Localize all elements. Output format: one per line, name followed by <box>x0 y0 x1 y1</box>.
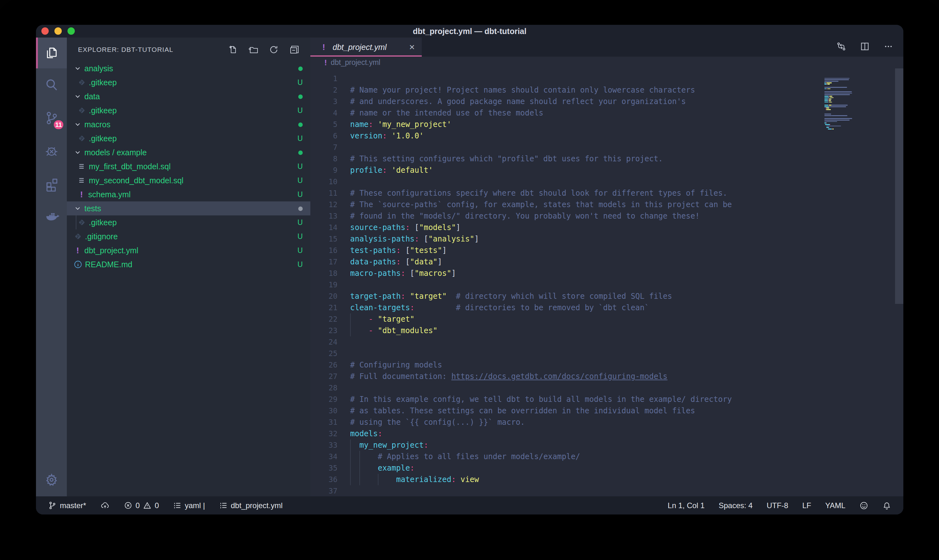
tree-item-macros[interactable]: macros <box>67 117 310 131</box>
code-text: version: '1.0.0' <box>350 131 424 140</box>
statusbar-eol[interactable]: LF <box>802 501 811 510</box>
collapse-all-icon[interactable] <box>289 45 300 55</box>
statusbar-outline-file[interactable]: dbt_project.yml <box>219 501 283 510</box>
code-line-1[interactable]: 1 <box>310 73 904 84</box>
code-line-26[interactable]: 26# Configuring models <box>310 359 904 371</box>
tree-item-dbt-project-yml[interactable]: !dbt_project.ymlU <box>67 243 310 257</box>
code-editor[interactable]: 12# Name your project! Project names sho… <box>310 68 904 496</box>
code-line-16[interactable]: 16test-paths: ["tests"] <box>310 245 904 256</box>
code-line-25[interactable]: 25 <box>310 348 904 359</box>
breadcrumb[interactable]: ! dbt_project.yml <box>310 57 904 68</box>
tab-dbt-project-yml[interactable]: ! dbt_project.yml × <box>310 37 422 57</box>
tree-item-my-first-dbt-model-sql[interactable]: my_first_dbt_model.sqlU <box>67 159 310 174</box>
git-file-icon <box>78 134 86 143</box>
activity-search[interactable] <box>36 68 67 102</box>
statusbar-publish-changes[interactable] <box>100 501 110 510</box>
code-line-11[interactable]: 11# These configurations specify where d… <box>310 188 904 199</box>
code-line-28[interactable]: 28 <box>310 382 904 394</box>
code-line-12[interactable]: 12# The `source-paths` config, for examp… <box>310 199 904 210</box>
statusbar-notifications[interactable] <box>882 501 891 510</box>
minimap[interactable] <box>824 76 888 131</box>
tree-item-gitkeep[interactable]: .gitkeepU <box>67 215 310 229</box>
statusbar-language-mode[interactable]: YAML <box>825 501 845 510</box>
titlebar[interactable]: dbt_project.yml — dbt-tutorial <box>36 25 904 37</box>
tree-item-gitkeep[interactable]: .gitkeepU <box>67 131 310 145</box>
open-changes-icon[interactable] <box>836 41 847 52</box>
code-line-35[interactable]: 35 example: <box>310 462 904 474</box>
code-line-9[interactable]: 9profile: 'default' <box>310 165 904 176</box>
new-file-icon[interactable] <box>227 45 237 55</box>
code-line-37[interactable]: 37 <box>310 485 904 496</box>
code-line-30[interactable]: 30# as tables. These settings can be ove… <box>310 405 904 417</box>
activity-settings[interactable] <box>36 463 67 496</box>
close-window-button[interactable] <box>42 28 49 35</box>
code-line-22[interactable]: 22 - "target" <box>310 314 904 325</box>
code-line-6[interactable]: 6version: '1.0.0' <box>310 130 904 142</box>
tree-item-my-second-dbt-model-sql[interactable]: my_second_dbt_model.sqlU <box>67 174 310 188</box>
code-text: clean-targets: # directories to be remov… <box>350 303 649 312</box>
zoom-window-button[interactable] <box>68 28 75 35</box>
code-line-33[interactable]: 33 my_new_project: <box>310 439 904 451</box>
split-editor-icon[interactable] <box>859 41 870 52</box>
statusbar-feedback[interactable] <box>859 501 868 510</box>
line-number: 16 <box>310 246 337 255</box>
code-line-23[interactable]: 23 - "dbt_modules" <box>310 325 904 336</box>
activity-source-control[interactable]: 11 <box>36 102 67 135</box>
tree-item-schema-yml[interactable]: !schema.ymlU <box>67 188 310 202</box>
code-line-2[interactable]: 2# Name your project! Project names shou… <box>310 84 904 96</box>
activity-extensions[interactable] <box>36 168 67 201</box>
git-file-icon <box>78 78 86 86</box>
code-line-29[interactable]: 29# In this example config, we tell dbt … <box>310 394 904 405</box>
tree-item-analysis[interactable]: analysis <box>67 62 310 75</box>
code-line-20[interactable]: 20target-path: "target" # directory whic… <box>310 291 904 302</box>
code-line-34[interactable]: 34 # Applies to all files under models/e… <box>310 451 904 462</box>
new-folder-icon[interactable] <box>248 45 259 55</box>
code-line-5[interactable]: 5name: 'my_new_project' <box>310 119 904 130</box>
code-line-13[interactable]: 13# found in the "models/" directory. Yo… <box>310 210 904 222</box>
line-number: 37 <box>310 487 337 495</box>
code-line-27[interactable]: 27# Full documentation: https://docs.get… <box>310 371 904 382</box>
code-line-36[interactable]: 36 materialized: view <box>310 474 904 485</box>
code-line-18[interactable]: 18macro-paths: ["macros"] <box>310 268 904 279</box>
code-line-17[interactable]: 17data-paths: ["data"] <box>310 256 904 268</box>
minimize-window-button[interactable] <box>54 28 62 35</box>
code-line-7[interactable]: 7 <box>310 142 904 153</box>
code-line-19[interactable]: 19 <box>310 279 904 291</box>
window-title: dbt_project.yml — dbt-tutorial <box>413 27 526 36</box>
code-line-32[interactable]: 32models: <box>310 428 904 439</box>
activity-debug[interactable] <box>36 135 67 168</box>
code-line-15[interactable]: 15analysis-paths: ["analysis"] <box>310 233 904 245</box>
code-line-3[interactable]: 3# and underscores. A good package name … <box>310 96 904 107</box>
statusbar-encoding[interactable]: UTF-8 <box>767 501 788 510</box>
statusbar-outline-language[interactable]: yaml | <box>173 501 205 510</box>
tree-item-gitignore[interactable]: .gitignoreU <box>67 229 310 243</box>
activity-docker[interactable] <box>36 201 67 234</box>
code-line-10[interactable]: 10 <box>310 176 904 188</box>
statusbar-label: 0 <box>155 501 159 510</box>
file-name: .gitkeep <box>89 134 117 143</box>
code-line-8[interactable]: 8# This setting configures which "profil… <box>310 153 904 165</box>
feedback-smiley-icon <box>859 501 868 510</box>
code-line-4[interactable]: 4# name or the intended use of these mod… <box>310 107 904 119</box>
vertical-scrollbar[interactable] <box>895 68 904 304</box>
activity-explorer[interactable] <box>36 37 67 68</box>
statusbar-cursor-position[interactable]: Ln 1, Col 1 <box>668 501 705 510</box>
refresh-icon[interactable] <box>269 45 279 55</box>
code-line-31[interactable]: 31# using the `{{ config(...) }}` macro. <box>310 417 904 428</box>
tree-item-readme-md[interactable]: README.mdU <box>67 257 310 271</box>
tree-item-tests[interactable]: tests <box>67 202 310 215</box>
file-name: dbt_project.yml <box>84 246 139 255</box>
code-line-21[interactable]: 21clean-targets: # directories to be rem… <box>310 302 904 314</box>
statusbar-git-branch[interactable]: master* <box>48 501 86 510</box>
statusbar-indentation[interactable]: Spaces: 4 <box>719 501 753 510</box>
more-actions-icon[interactable] <box>883 41 894 52</box>
close-tab-icon[interactable]: × <box>409 42 415 52</box>
statusbar-problems[interactable]: 00 <box>124 501 159 510</box>
tree-item-gitkeep[interactable]: .gitkeepU <box>67 75 310 89</box>
tree-item-models-example[interactable]: models / example <box>67 145 310 159</box>
code-line-24[interactable]: 24 <box>310 336 904 348</box>
tree-item-gitkeep[interactable]: .gitkeepU <box>67 103 310 117</box>
tree-item-data[interactable]: data <box>67 89 310 103</box>
breadcrumb-file[interactable]: dbt_project.yml <box>331 58 380 67</box>
code-line-14[interactable]: 14source-paths: ["models"] <box>310 222 904 233</box>
